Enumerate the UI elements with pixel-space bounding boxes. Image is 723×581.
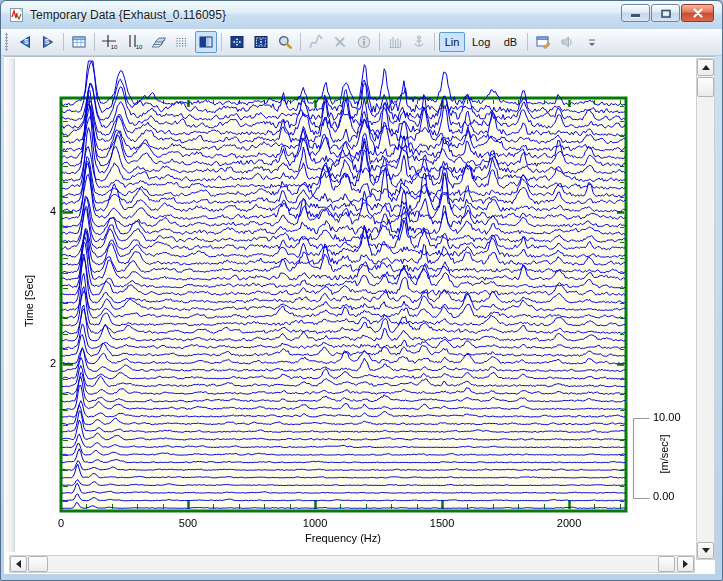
- arrow-up-icon: [702, 65, 710, 70]
- arrow-down-icon: [702, 548, 710, 553]
- zoom-magnifier-button[interactable]: [274, 31, 296, 53]
- horizontal-scroll-spacer[interactable]: [658, 556, 675, 572]
- x-tick-label: 500: [179, 517, 197, 529]
- waveform-document-icon: [9, 7, 25, 23]
- db-scale-label: dB: [504, 36, 517, 48]
- scroll-right-button[interactable]: [677, 556, 694, 572]
- data-grid-icon: [71, 34, 87, 50]
- vertical-scroll-thumb[interactable]: [697, 77, 714, 97]
- prev-dataset-button[interactable]: S: [13, 31, 35, 53]
- curve-icon: [308, 34, 324, 50]
- close-icon: [692, 8, 704, 18]
- vertical-cursor-icon: 10: [125, 34, 143, 50]
- toolbar-grip[interactable]: [5, 33, 8, 51]
- magnifier-icon: [277, 34, 293, 50]
- lin-scale-button[interactable]: Lin: [439, 32, 465, 52]
- anchor-cursor-button: [408, 31, 430, 53]
- plot-client-area: Time [Sec] Frequency (Hz) 05001000150020…: [4, 56, 715, 574]
- minimize-button[interactable]: [621, 4, 650, 22]
- arrow-left-s-icon: S: [16, 34, 33, 50]
- arrow-right-icon: [683, 560, 688, 568]
- cascade-icon: [150, 34, 166, 50]
- waterfall-display-button[interactable]: [195, 31, 217, 53]
- y-tick-label: 4: [24, 205, 56, 217]
- vertical-cursor-button[interactable]: 10: [123, 31, 145, 53]
- lin-scale-label: Lin: [445, 36, 460, 48]
- curve-delete-icon: [332, 34, 348, 50]
- toolbar-separator: [221, 33, 222, 51]
- horizontal-cursor-icon: 10: [101, 34, 119, 50]
- curve-overlay-button: [305, 31, 327, 53]
- zoom-window-icon: [253, 34, 269, 50]
- next-dataset-button[interactable]: S: [37, 31, 59, 53]
- x-axis-title: Frequency (Hz): [305, 532, 381, 544]
- window-title: Temporary Data {Exhaust_0.116095}: [30, 8, 226, 22]
- horizontal-cursor-button[interactable]: 10: [99, 31, 121, 53]
- app-window: Temporary Data {Exhaust_0.116095} S: [0, 0, 723, 581]
- spectral-map-display-button[interactable]: [171, 31, 193, 53]
- scroll-down-button[interactable]: [697, 542, 714, 559]
- audio-replay-button: [556, 31, 578, 53]
- legend-max-value: 10.00: [653, 411, 681, 423]
- display-properties-button[interactable]: [532, 31, 554, 53]
- toolbar-overflow-button[interactable]: [581, 31, 603, 53]
- toolbar-separator: [94, 33, 95, 51]
- restore-button[interactable]: [651, 4, 680, 22]
- properties-icon: [535, 34, 551, 50]
- zoom-extents-button[interactable]: [226, 31, 248, 53]
- x-tick-label: 2000: [557, 517, 581, 529]
- titlebar[interactable]: Temporary Data {Exhaust_0.116095}: [1, 1, 722, 29]
- waterfall-icon: [198, 34, 214, 50]
- horizontal-scrollbar[interactable]: [9, 555, 695, 573]
- legend-units: [m/sec²]: [658, 434, 670, 473]
- close-button[interactable]: [681, 4, 714, 22]
- info-button: [353, 31, 375, 53]
- cascade-display-button[interactable]: [147, 31, 169, 53]
- svg-text:10: 10: [136, 44, 143, 50]
- x-tick-label: 1000: [303, 517, 327, 529]
- log-scale-button[interactable]: Log: [467, 32, 495, 52]
- scroll-left-button[interactable]: [10, 556, 27, 572]
- arrow-left-icon: [16, 560, 21, 568]
- legend-min-value: 0.00: [653, 490, 674, 502]
- dotted-lines-icon: [174, 34, 190, 50]
- zoom-extents-icon: [229, 34, 245, 50]
- svg-text:S: S: [23, 38, 28, 45]
- toolbar-separator: [527, 33, 528, 51]
- waterfall-plot-canvas[interactable]: [4, 56, 696, 574]
- window-controls: [621, 4, 714, 22]
- chevron-down-icon: [586, 36, 598, 48]
- restore-icon: [659, 8, 672, 19]
- svg-text:10: 10: [111, 44, 118, 50]
- datasheet-button[interactable]: [68, 31, 90, 53]
- x-tick-label: 0: [58, 517, 64, 529]
- main-toolbar: S S 10 10: [1, 29, 722, 56]
- svg-text:S: S: [44, 38, 49, 45]
- minimize-icon: [629, 9, 642, 18]
- y-tick-label: 2: [24, 357, 56, 369]
- harmonic-cursor-button: [384, 31, 406, 53]
- speaker-icon: [559, 34, 575, 50]
- info-icon: [356, 34, 372, 50]
- toolbar-separator: [434, 33, 435, 51]
- toolbar-separator: [63, 33, 64, 51]
- y-axis-title: Time [Sec]: [23, 275, 35, 327]
- harmonic-cursor-icon: [387, 34, 403, 50]
- curve-delete-button: [329, 31, 351, 53]
- arrow-right-s-icon: S: [40, 34, 57, 50]
- vertical-scrollbar[interactable]: [696, 58, 715, 560]
- toolbar-separator: [379, 33, 380, 51]
- x-tick-label: 1500: [430, 517, 454, 529]
- zoom-window-button[interactable]: [250, 31, 272, 53]
- anchor-icon: [411, 34, 427, 50]
- log-scale-label: Log: [472, 36, 490, 48]
- toolbar-separator: [300, 33, 301, 51]
- db-scale-button[interactable]: dB: [497, 32, 523, 52]
- scroll-up-button[interactable]: [697, 59, 714, 76]
- horizontal-scroll-thumb[interactable]: [28, 556, 48, 572]
